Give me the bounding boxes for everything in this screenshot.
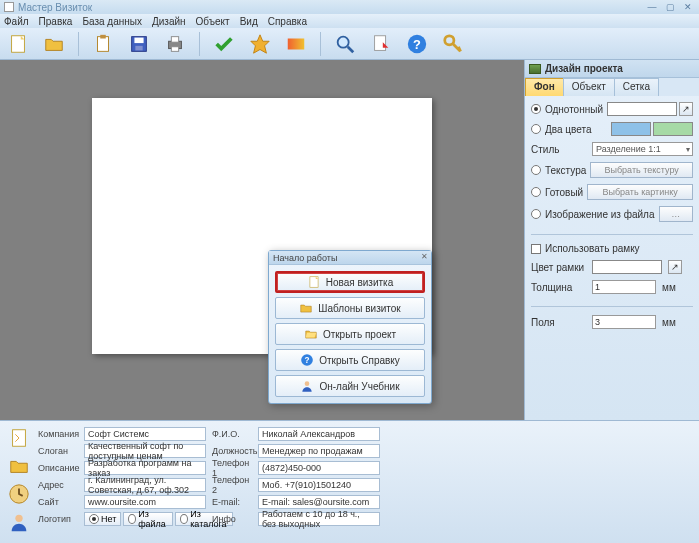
minimize-button[interactable]: —	[645, 2, 659, 12]
eyedropper-icon[interactable]: ↗	[679, 102, 693, 116]
radio-twocolor[interactable]	[531, 124, 541, 134]
svg-rect-9	[171, 46, 178, 51]
open-project-button[interactable]: Открыть проект	[275, 323, 425, 345]
window-title: Мастер Визиток	[18, 2, 92, 13]
svg-rect-6	[135, 45, 142, 50]
twocolor-label: Два цвета	[545, 124, 592, 135]
choose-picture-button[interactable]: Выбрать картинку	[587, 184, 693, 200]
choose-texture-button[interactable]: Выбрать текстуру	[590, 162, 693, 178]
svg-rect-14	[375, 35, 386, 50]
position-label: Должность	[212, 446, 254, 456]
slogan-label: Слоган	[38, 446, 80, 456]
use-frame-label: Использовать рамку	[545, 243, 640, 254]
key-icon[interactable]	[441, 32, 465, 56]
svg-rect-3	[100, 34, 106, 38]
print-icon[interactable]	[163, 32, 187, 56]
color1-swatch[interactable]	[611, 122, 651, 136]
site-input[interactable]: www.oursite.com	[84, 495, 206, 509]
folder-side-icon[interactable]	[8, 455, 30, 477]
eyedropper2-icon[interactable]: ↗	[668, 260, 682, 274]
radio-ready[interactable]	[531, 187, 541, 197]
check-icon[interactable]	[212, 32, 236, 56]
close-button[interactable]: ✕	[681, 2, 695, 12]
menu-database[interactable]: База данных	[82, 16, 142, 27]
slogan-input[interactable]: Качественный софт по доступным ценам	[84, 444, 206, 458]
color2-swatch[interactable]	[653, 122, 693, 136]
online-tutorial-button[interactable]: Он-лайн Учебник	[275, 375, 425, 397]
fio-input[interactable]: Николай Александров	[258, 427, 380, 441]
toolbar: ?	[0, 28, 699, 60]
logo-none-option[interactable]: Нет	[84, 512, 121, 526]
tab-object[interactable]: Объект	[563, 78, 615, 96]
style-dropdown[interactable]: Разделение 1:1	[592, 142, 693, 156]
clock-side-icon[interactable]	[8, 483, 30, 505]
frame-color-swatch[interactable]	[592, 260, 662, 274]
desc-label: Описание	[38, 463, 80, 473]
menu-object[interactable]: Объект	[196, 16, 230, 27]
gradient-icon[interactable]	[284, 32, 308, 56]
doc-icon	[307, 275, 321, 289]
svg-point-23	[305, 381, 310, 386]
menu-view[interactable]: Вид	[240, 16, 258, 27]
menu-file[interactable]: Файл	[4, 16, 29, 27]
phone2-input[interactable]: Моб. +7(910)1501240	[258, 478, 380, 492]
open-project-label: Открыть проект	[323, 329, 396, 340]
from-file-browse[interactable]: …	[659, 206, 694, 222]
dialog-close-icon[interactable]: ✕	[419, 252, 429, 262]
logo-file-option[interactable]: Из файла	[123, 512, 173, 526]
online-tutorial-label: Он-лайн Учебник	[319, 381, 399, 392]
site-label: Сайт	[38, 497, 80, 507]
menu-help[interactable]: Справка	[268, 16, 307, 27]
doc-side-icon[interactable]	[8, 427, 30, 449]
address-label: Адрес	[38, 480, 80, 490]
margins-input[interactable]: 3	[592, 315, 656, 329]
thickness-label: Толщина	[531, 282, 586, 293]
address-input[interactable]: г. Калининград, ул. Советская, д.67, оф.…	[84, 478, 206, 492]
logo-label: Логотип	[38, 514, 80, 524]
phone2-label: Телефон 2	[212, 475, 254, 495]
clipboard-icon[interactable]	[91, 32, 115, 56]
titlebar: Мастер Визиток — ▢ ✕	[0, 0, 699, 14]
open-folder-icon[interactable]	[42, 32, 66, 56]
help-icon[interactable]: ?	[405, 32, 429, 56]
solid-color-swatch[interactable]	[607, 102, 677, 116]
open-help-label: Открыть Справку	[319, 355, 400, 366]
frame-color-label: Цвет рамки	[531, 262, 586, 273]
dialog-title-bar[interactable]: Начало работы ✕	[269, 251, 431, 265]
desc-input[interactable]: Разработка программ на заказ	[84, 461, 206, 475]
paste-icon[interactable]	[369, 32, 393, 56]
zoom-icon[interactable]	[333, 32, 357, 56]
menu-design[interactable]: Дизайн	[152, 16, 186, 27]
company-input[interactable]: Софт Системс	[84, 427, 206, 441]
use-frame-checkbox[interactable]	[531, 244, 541, 254]
star-icon[interactable]	[248, 32, 272, 56]
new-doc-icon[interactable]	[6, 32, 30, 56]
ready-label: Готовый	[545, 187, 583, 198]
position-input[interactable]: Менеджер по продажам	[258, 444, 380, 458]
user-icon	[300, 379, 314, 393]
svg-rect-11	[288, 38, 305, 49]
radio-texture[interactable]	[531, 165, 541, 175]
svg-point-26	[15, 515, 22, 522]
thickness-input[interactable]: 1	[592, 280, 656, 294]
save-icon[interactable]	[127, 32, 151, 56]
svg-line-13	[348, 46, 354, 52]
templates-button[interactable]: Шаблоны визиток	[275, 297, 425, 319]
svg-rect-5	[134, 37, 143, 43]
menu-edit[interactable]: Правка	[39, 16, 73, 27]
user-side-icon[interactable]	[8, 511, 30, 533]
open-help-button[interactable]: ? Открыть Справку	[275, 349, 425, 371]
maximize-button[interactable]: ▢	[663, 2, 677, 12]
email-input[interactable]: E-mail: sales@oursite.com	[258, 495, 380, 509]
phone1-input[interactable]: (4872)450-000	[258, 461, 380, 475]
tab-grid[interactable]: Сетка	[614, 78, 659, 96]
mm-label-1: мм	[662, 282, 676, 293]
radio-from-file[interactable]	[531, 209, 541, 219]
new-card-button[interactable]: Новая визитка	[275, 271, 425, 293]
folder-open-icon	[304, 327, 318, 341]
radio-solid[interactable]	[531, 104, 541, 114]
mm-label-2: мм	[662, 317, 676, 328]
info-input[interactable]: Работаем с 10 до 18 ч., без выходных	[258, 512, 380, 526]
svg-marker-10	[251, 34, 269, 52]
tab-background[interactable]: Фон	[525, 78, 564, 96]
